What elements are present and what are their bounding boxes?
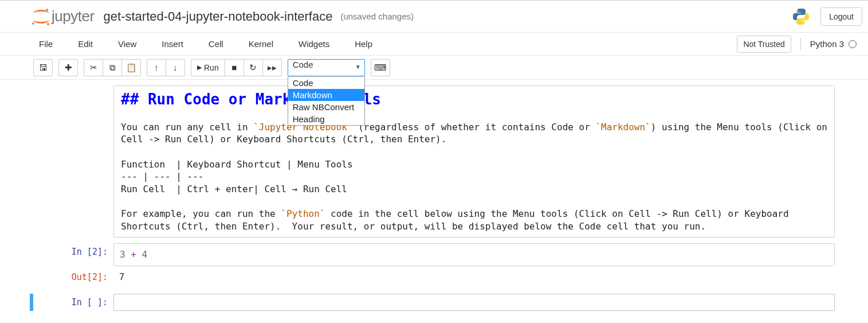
copy-icon: ⧉ [109,63,116,72]
jupyter-logo-icon [33,9,49,25]
command-palette-button[interactable]: ⌨ [371,59,390,76]
menu-cell[interactable]: Cell [203,34,229,53]
save-button[interactable]: 🖫 [33,59,53,76]
plus-icon: ✚ [65,63,72,72]
toolbar: 🖫 ✚ ✂ ⧉ 📋 ↑ ↓ ▶Run ■ ↻ ▸▸ Code Code Mark… [0,56,868,80]
code-source[interactable] [113,294,835,311]
separator [800,38,801,50]
interrupt-button[interactable]: ■ [225,59,244,76]
menu-insert[interactable]: Insert [156,34,189,53]
run-icon: ▶ [197,64,202,71]
code-cell-2[interactable]: In [ ]: [33,294,835,311]
output-value: 7 [113,268,835,286]
notebook-header: jupyter get-started-04-jupyter-notebook-… [0,1,868,33]
code-source[interactable]: 3 + 4 [113,243,835,266]
arrow-down-icon: ↓ [173,63,178,72]
save-icon: 🖫 [39,63,48,72]
cell-type-selector[interactable]: Code Code Markdown Raw NBConvert Heading [288,59,365,76]
menu-edit[interactable]: Edit [72,34,99,53]
cell-type-option-heading[interactable]: Heading [288,113,364,125]
logout-button[interactable]: Logout [820,7,862,26]
menu-help[interactable]: Help [349,34,378,53]
move-group: ↑ ↓ [147,59,185,76]
kernel-name: Python 3 [810,39,844,49]
cell-type-option-code[interactable]: Code [288,77,364,89]
jupyter-logo-text: jupyter [52,7,95,25]
cell-type-dropdown: Code Markdown Raw NBConvert Heading [288,76,365,126]
run-label: Run [204,63,219,72]
arrow-up-icon: ↑ [154,63,159,72]
code-cell-1[interactable]: In [2]: 3 + 4 [33,243,835,266]
notebook-title[interactable]: get-started-04-jupyter-notebook-interfac… [104,9,333,24]
cell-type-select[interactable]: Code [288,59,365,76]
menubar: File Edit View Insert Cell Kernel Widget… [0,33,868,56]
restart-icon: ↻ [249,63,257,72]
save-status: (unsaved changes) [340,11,414,21]
run-group: ▶Run ■ ↻ ▸▸ [191,59,282,76]
input-prompt: In [2]: [33,243,113,266]
menu-file[interactable]: File [33,34,58,53]
python-logo-icon [792,7,810,26]
markdown-cell[interactable]: ## Run Code or Markdown Cells You can ru… [33,85,835,238]
markdown-source[interactable]: ## Run Code or Markdown Cells You can ru… [113,85,835,238]
fast-forward-icon: ▸▸ [268,63,277,72]
menu-kernel[interactable]: Kernel [243,34,279,53]
output-prompt: Out[2]: [33,268,113,286]
not-trusted-button[interactable]: Not Trusted [737,36,791,53]
output-cell-1: Out[2]: 7 [33,268,835,286]
cell-type-option-markdown[interactable]: Markdown [288,89,364,101]
cut-icon: ✂ [90,63,97,72]
menu-view[interactable]: View [112,34,142,53]
restart-run-all-button[interactable]: ▸▸ [262,59,282,76]
add-cell-button[interactable]: ✚ [58,59,78,76]
cell-type-option-raw[interactable]: Raw NBConvert [288,101,364,113]
move-down-button[interactable]: ↓ [166,59,185,76]
menu-widgets[interactable]: Widgets [293,34,335,53]
run-button[interactable]: ▶Run [191,59,225,76]
move-up-button[interactable]: ↑ [147,59,166,76]
paste-button[interactable]: 📋 [121,59,141,76]
jupyter-logo[interactable]: jupyter [33,7,95,25]
kernel-indicator[interactable]: Python 3 [810,39,862,49]
copy-button[interactable]: ⧉ [103,59,122,76]
notebook-area[interactable]: ## Run Code or Markdown Cells You can ru… [0,80,868,323]
stop-icon: ■ [231,63,237,72]
paste-icon: 📋 [126,63,137,72]
edit-group: ✂ ⧉ 📋 [84,59,141,76]
restart-button[interactable]: ↻ [243,59,263,76]
keyboard-icon: ⌨ [374,63,387,72]
cut-button[interactable]: ✂ [84,59,103,76]
kernel-status-icon [849,40,857,48]
input-prompt: In [ ]: [33,294,113,311]
